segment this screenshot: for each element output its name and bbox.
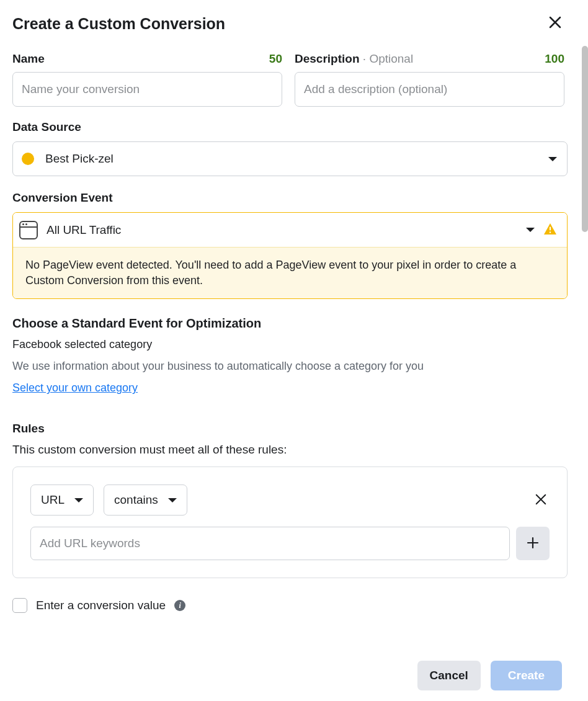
scrollbar-thumb[interactable]: [582, 46, 588, 232]
create-custom-conversion-dialog: Create a Custom Conversion Name 50 Descr…: [0, 0, 577, 649]
caret-down-icon: [168, 498, 177, 502]
info-icon[interactable]: i: [174, 600, 185, 611]
caret-down-icon: [74, 498, 83, 502]
optimization-help: We use information about your business t…: [12, 360, 564, 373]
status-dot-icon: [22, 153, 34, 165]
optimization-heading: Choose a Standard Event for Optimization: [12, 316, 564, 331]
close-icon: [548, 14, 562, 33]
url-keywords-input[interactable]: [30, 527, 510, 560]
rules-container: URL contains: [12, 467, 568, 578]
conversion-value-checkbox[interactable]: [12, 598, 27, 613]
create-button[interactable]: Create: [491, 661, 562, 690]
rule-field-selected: URL: [41, 493, 65, 507]
browser-icon: [19, 221, 38, 239]
rules-description: This custom conversion must meet all of …: [12, 443, 564, 457]
close-button[interactable]: [546, 12, 564, 35]
conversion-event-warning: No PageView event detected. You'll need …: [13, 248, 567, 298]
svg-point-1: [550, 231, 551, 233]
rules-heading: Rules: [12, 422, 564, 435]
select-own-category-link[interactable]: Select your own category: [12, 382, 138, 395]
name-label: Name: [12, 52, 45, 66]
description-char-counter: 100: [545, 52, 564, 66]
dialog-footer: Cancel Create: [0, 649, 577, 701]
plus-icon: [527, 535, 539, 552]
description-label: Description · Optional: [295, 52, 413, 66]
dialog-title: Create a Custom Conversion: [12, 15, 225, 33]
caret-down-icon: [548, 157, 557, 161]
data-source-selected: Best Pick-zel: [45, 152, 548, 166]
add-keyword-button[interactable]: [516, 527, 550, 560]
rule-field-select[interactable]: URL: [30, 484, 94, 516]
conversion-value-label: Enter a conversion value: [36, 599, 166, 612]
name-char-counter: 50: [269, 52, 282, 66]
optimization-subtext: Facebook selected category: [12, 338, 564, 351]
description-input[interactable]: [295, 72, 564, 107]
svg-rect-0: [550, 226, 551, 230]
rule-operator-selected: contains: [114, 493, 158, 507]
data-source-label: Data Source: [12, 120, 564, 134]
conversion-event-select[interactable]: All URL Traffic: [13, 213, 567, 248]
data-source-select[interactable]: Best Pick-zel: [12, 141, 568, 176]
name-input[interactable]: [12, 72, 282, 107]
conversion-event-label: Conversion Event: [12, 191, 564, 205]
warning-icon: [543, 223, 557, 238]
cancel-button[interactable]: Cancel: [417, 661, 481, 690]
rule-operator-select[interactable]: contains: [104, 484, 187, 516]
remove-rule-button[interactable]: [532, 488, 550, 512]
caret-down-icon: [526, 228, 535, 232]
close-icon: [535, 491, 547, 509]
conversion-event-selected: All URL Traffic: [47, 223, 526, 237]
